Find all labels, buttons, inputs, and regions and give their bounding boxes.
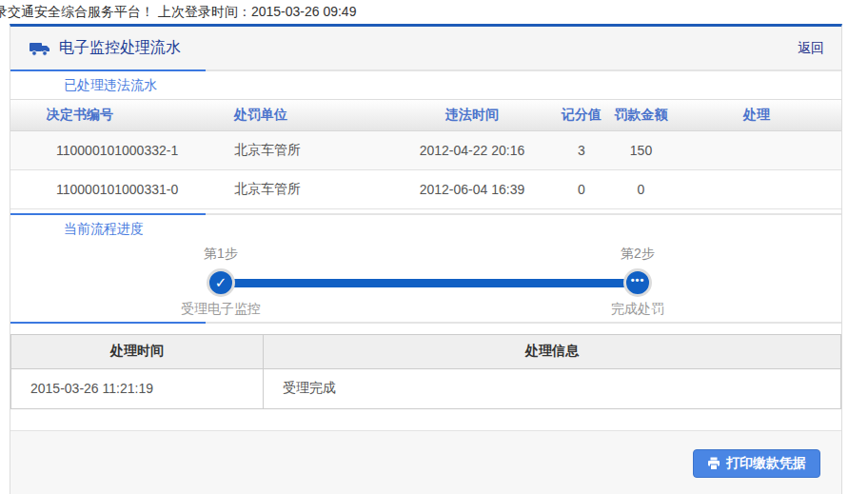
- col-process-info: 处理信息: [264, 334, 841, 368]
- process-header-row: 处理时间 处理信息: [11, 334, 841, 368]
- check-icon: ✓: [215, 275, 227, 289]
- step2-circle: •••: [623, 268, 652, 297]
- col-decision-number: 决定书编号: [10, 100, 191, 130]
- violations-header-row: 决定书编号 处罚单位 违法时间 记分值 罚款金额 处理: [10, 100, 841, 130]
- table-row: 110000101000331-0 北京车管所 2012-06-04 16:39…: [10, 169, 841, 208]
- table-row: 2015-03-26 11:21:19 受理完成: [11, 368, 841, 408]
- topbar: 录交通安全综合服务平台！ 上次登录时间：2015-03-26 09:49: [0, 0, 868, 21]
- panel-footer: 打印缴款凭据: [10, 430, 841, 494]
- cell-points: 3: [553, 130, 610, 169]
- tab-current-progress[interactable]: 当前流程进度: [10, 221, 144, 238]
- tab-strip-progress: 当前流程进度: [10, 215, 841, 244]
- ellipsis-icon: •••: [631, 275, 645, 286]
- cell-action: [672, 130, 841, 169]
- tab-processed-violations[interactable]: 已处理违法流水: [10, 77, 157, 94]
- col-punish-unit: 处罚单位: [191, 100, 391, 130]
- cell-points: 0: [553, 169, 610, 208]
- panel-title: 电子监控处理流水: [59, 38, 181, 58]
- tab-strip-processed: 已处理违法流水: [10, 71, 841, 100]
- cell-process-time: 2015-03-26 11:21:19: [11, 368, 264, 408]
- cell-decision-number: 110000101000331-0: [10, 169, 191, 208]
- violations-table: 决定书编号 处罚单位 违法时间 记分值 罚款金额 处理 110000101000…: [10, 100, 841, 209]
- back-link[interactable]: 返回: [798, 40, 824, 57]
- col-points: 记分值: [553, 100, 610, 130]
- section-divider: [10, 69, 841, 71]
- step2-label: 第2步: [600, 246, 676, 263]
- progress-bar: 第1步 第2步 ✓ ••• 受理电子监控 完成处罚: [10, 244, 841, 322]
- cell-punish-unit: 北京车管所: [191, 130, 391, 169]
- cell-decision-number: 110000101000332-1: [10, 130, 191, 169]
- cell-violation-time: 2012-04-22 20:16: [391, 130, 553, 169]
- print-receipt-button[interactable]: 打印缴款凭据: [693, 449, 820, 478]
- col-process-time: 处理时间: [11, 334, 264, 368]
- cell-fine-amount: 150: [610, 130, 672, 169]
- step1-label: 第1步: [183, 246, 259, 263]
- section-divider: [10, 213, 841, 215]
- progress-track: [221, 279, 638, 287]
- printer-icon: [707, 457, 720, 470]
- truck-icon: [30, 41, 50, 56]
- cell-process-info: 受理完成: [264, 368, 841, 408]
- welcome-text: 录交通安全综合服务平台！ 上次登录时间：2015-03-26 09:49: [0, 4, 868, 21]
- cell-action: [672, 169, 841, 208]
- col-action: 处理: [672, 100, 841, 130]
- table-row: 110000101000332-1 北京车管所 2012-04-22 20:16…: [10, 130, 841, 169]
- step2-sublabel: 完成处罚: [571, 301, 704, 318]
- cell-punish-unit: 北京车管所: [191, 169, 391, 208]
- cell-fine-amount: 0: [610, 169, 672, 208]
- col-violation-time: 违法时间: [391, 100, 553, 130]
- process-table: 处理时间 处理信息 2015-03-26 11:21:19 受理完成: [10, 334, 841, 409]
- cell-violation-time: 2012-06-04 16:39: [391, 169, 553, 208]
- panel-header: 电子监控处理流水 返回: [10, 27, 841, 69]
- col-fine-amount: 罚款金额: [610, 100, 672, 130]
- print-button-label: 打印缴款凭据: [726, 455, 806, 472]
- step1-sublabel: 受理电子监控: [154, 301, 287, 318]
- section-divider: [10, 322, 841, 324]
- step1-circle: ✓: [207, 268, 235, 297]
- main-panel: 电子监控处理流水 返回 已处理违法流水 决定书编号 处罚单位 违法时间 记分值 …: [10, 24, 842, 494]
